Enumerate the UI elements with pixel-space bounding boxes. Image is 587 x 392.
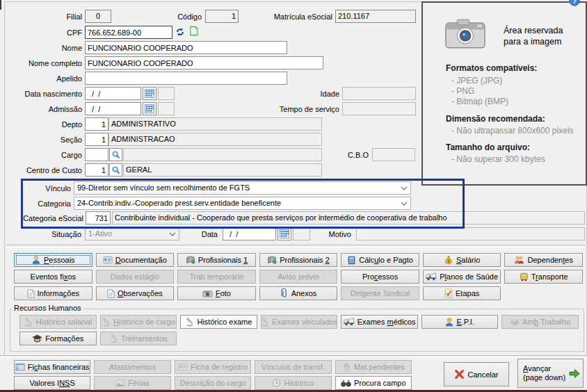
tab-row-3: InformaçõesObservaçõesFotoAnexosDirigent… [14, 286, 583, 300]
nome-completo-input[interactable] [85, 56, 323, 70]
tab-profissionais-1-button[interactable]: Profissionais 1 [177, 253, 256, 267]
rh-amb-trabalho-button: Amb.Trabalho [501, 315, 579, 329]
action-procura-campo-button[interactable]: Procura campo [335, 376, 412, 390]
button-label: Informações [38, 289, 80, 297]
bus-icon [520, 272, 529, 281]
ambulance-icon [344, 318, 355, 326]
chevron-down-icon [169, 232, 176, 236]
data-calendar-button[interactable] [278, 227, 291, 240]
tab-calculo-e-pagto-button[interactable]: Cálculo e Pagto [341, 253, 419, 267]
cancel-button[interactable]: Cancelar [444, 362, 509, 386]
categoria-select[interactable]: 24-Contrib.indiv.-Cooperado prest.serv.e… [74, 197, 411, 210]
microscope-icon [261, 317, 269, 327]
tab-salario-button[interactable]: $Salário [423, 253, 501, 267]
cpf-validate-icon[interactable] [175, 27, 185, 37]
nome-label: Nome [13, 43, 82, 54]
tab-informacoes-button[interactable]: Informações [14, 286, 93, 300]
tab-profissionais-2-button[interactable]: Profissionais 2 [259, 253, 338, 267]
cargo-code-input[interactable] [85, 148, 108, 161]
clock-icon [272, 379, 281, 387]
tab-observacoes-button[interactable]: Observações [96, 286, 175, 300]
nome-input[interactable] [85, 41, 287, 54]
format-item: - Bitmap (BMP) [451, 97, 508, 106]
action-fichas-financeiras-button[interactable]: Fichas financeiras [14, 360, 90, 374]
button-label: Documentação [115, 256, 167, 264]
tab-foto-button[interactable]: Foto [177, 286, 256, 300]
rh-historico-exame-button[interactable]: Histórico exame [180, 315, 257, 329]
tab-transporte-button[interactable]: Transporte [504, 270, 583, 284]
rh-e-p-i-button[interactable]: E.P.I. [421, 315, 499, 329]
data-nascimento-input[interactable] [85, 87, 141, 100]
button-label: Valores INSS [30, 379, 75, 387]
admissao-input[interactable] [85, 102, 141, 115]
categoria-esocial-code-input[interactable] [86, 211, 111, 224]
secao-label: Seção [13, 135, 82, 145]
data-input[interactable] [223, 227, 276, 240]
motivo-label: Motivo [315, 229, 351, 240]
rh-exames-medicos-button[interactable]: Exames médicos [341, 315, 418, 329]
filial-field: 0 [85, 10, 111, 23]
button-label: Observações [118, 289, 163, 297]
employee-form-window: Filial 0 Código 1 Matrícula eSocial 210.… [0, 0, 587, 392]
matricula-esocial-label: Matrícula eSocial [266, 12, 332, 22]
depto-desc-field: ADMINISTRATIVO [108, 117, 322, 131]
cargo-search-button[interactable] [109, 148, 122, 161]
data-nascimento-calendar-button[interactable] [143, 87, 156, 100]
nome-completo-label: Nome completo [13, 58, 82, 69]
bottom-row-1: Fichas financeirasAfastamentosFicha de r… [14, 360, 412, 374]
data-nascimento-label: Data nascimento [13, 89, 82, 99]
tab-aviso-previo-button: Aviso prévio [259, 270, 338, 284]
button-label: Transporte [531, 272, 568, 281]
action-vinculos-de-transf-button: Vínculos de transf. [255, 360, 331, 374]
tab-pessoais-button[interactable]: Pessoais [14, 253, 93, 267]
depto-code-input[interactable] [85, 117, 108, 131]
magnifier-icon [111, 150, 120, 159]
paperclip-icon [280, 288, 289, 298]
image-icon [115, 379, 125, 387]
cbo-field [372, 148, 415, 161]
tab-anexos-button[interactable]: Anexos [259, 286, 338, 300]
button-label: E.P.I. [456, 318, 474, 326]
photo-panel: Área reservada para a imagem Formatos co… [421, 1, 587, 186]
button-label: Profissionais 2 [280, 256, 330, 264]
green-arrow-icon [568, 368, 580, 379]
centro-custo-code-input[interactable] [85, 163, 108, 177]
admissao-calendar-button[interactable] [143, 102, 156, 115]
secao-code-input[interactable] [85, 133, 108, 146]
calendar-icon [145, 89, 154, 98]
microscope-icon [185, 317, 194, 327]
person-icon [31, 255, 41, 265]
tab-documentacao-button[interactable]: Documentação [96, 253, 175, 267]
button-label: Vínculos de transf. [262, 363, 325, 371]
people-icon [514, 255, 524, 265]
button-label: Férias [128, 379, 150, 387]
tab-etapas-button[interactable]: Etapas [423, 286, 501, 300]
action-ficha-de-registro-button: Ficha de registro [175, 360, 251, 374]
vinculo-value: 99-Diretor sem vínculo sem recolhimento … [77, 183, 250, 192]
help-icon[interactable]: ? [569, 0, 580, 6]
new-document-icon[interactable] [189, 26, 199, 36]
action-ferias-button: Férias [94, 376, 170, 390]
centro-custo-desc-field: GERAL [123, 163, 322, 177]
apelido-input[interactable] [85, 72, 287, 85]
action-valores-inss-button[interactable]: Valores INSS [14, 376, 90, 390]
chevron-down-icon [401, 186, 408, 190]
dimension-title: Dimensão recomendada: [446, 114, 545, 124]
button-label: Dados estágio [111, 272, 159, 281]
red-x-icon [454, 369, 465, 379]
cpf-input[interactable] [85, 26, 172, 39]
tab-eventos-fixos-button[interactable]: Eventos fixos [14, 270, 93, 284]
advance-button[interactable]: Avançar(page down) [517, 359, 584, 388]
tab-planos-de-saude-button[interactable]: Planos de Saúde [423, 270, 501, 284]
rh-formacoes-button[interactable]: Formações [19, 332, 97, 345]
centro-custo-search-button[interactable] [109, 163, 122, 177]
cargo-label: Cargo [13, 150, 82, 161]
rh-historico-salarial-button: Histórico salarial [19, 315, 97, 329]
admissao-extra-field [158, 102, 175, 115]
tab-processos-button[interactable]: Processos [341, 270, 419, 284]
categoria-esocial-desc-field: Contribuinte individual - Cooperado que … [112, 211, 585, 224]
ambulance-icon [426, 272, 437, 281]
vinculo-select[interactable]: 99-Diretor sem vínculo sem recolhimento … [74, 181, 411, 195]
tab-dependentes-button[interactable]: Dependentes [504, 253, 583, 267]
rh-exames-vinculados-button: Exames vinculados [261, 315, 338, 329]
